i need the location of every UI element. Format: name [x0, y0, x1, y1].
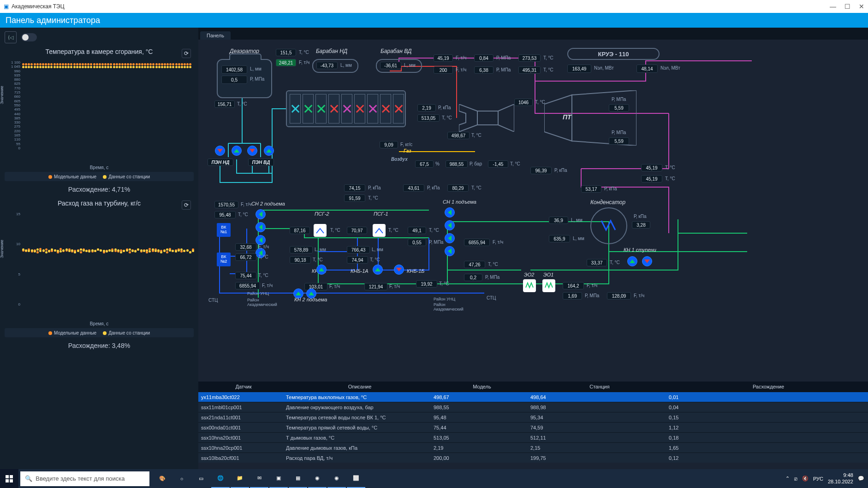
notifications-icon[interactable]: 💬 [858, 476, 864, 482]
chart2-ylabel: Значение [0, 240, 4, 258]
mail-icon[interactable]: ✉ [250, 469, 268, 488]
search-input[interactable]: 🔍 Введите здесь текст для поиска [20, 471, 149, 486]
table-row[interactable]: ssx21nda11ct001Температура сетевой воды … [198, 412, 868, 422]
tray-clock[interactable]: 9:4828.10.2022 [828, 472, 853, 484]
chart2-xaxis [22, 308, 192, 320]
chart1-yaxis: 1 1001 045990935880825770715660605550495… [5, 60, 20, 150]
tray-speaker-icon[interactable]: 🔇 [802, 476, 809, 482]
right-panel: Панель [198, 28, 868, 469]
chart2-xlabel: Время, с [5, 321, 194, 326]
chart1-plot [22, 60, 192, 150]
terminal-icon[interactable]: ▣ [269, 469, 288, 488]
start-button[interactable] [0, 469, 18, 488]
refresh-icon[interactable]: ⟳ [182, 49, 191, 58]
svg-marker-0 [459, 104, 477, 132]
pump-icon [215, 146, 225, 156]
chart-2: Расход газа на турбину, кг/с ⟳ Значение … [5, 200, 194, 352]
chart1-divergence: Расхождение: 4,71% [5, 186, 194, 193]
cortana-icon[interactable]: ○ [172, 469, 191, 488]
refresh-icon[interactable]: ⟳ [182, 200, 191, 210]
svg-rect-1 [477, 111, 498, 125]
condenser-shape [590, 207, 627, 244]
app-icon: ▣ [4, 3, 9, 10]
window-title: Академическая ТЭЦ [12, 3, 65, 10]
chart-1: Температура в камере сгорания, °C ⟳ Знач… [5, 48, 194, 196]
eo2-icon [523, 279, 536, 292]
pump-icon [264, 146, 274, 156]
current-app-icon[interactable]: ⬜ [347, 469, 365, 488]
tray-display-icon[interactable]: ⎚ [794, 476, 797, 482]
data-table: Датчик Описание Модель Станция Расхожден… [198, 382, 868, 469]
tray-lang[interactable]: РУС [813, 476, 823, 482]
table-row[interactable]: ssx00nda01ct001Температура прямой сетево… [198, 422, 868, 432]
gtu-shape [459, 104, 514, 132]
chart1-xlabel: Время, с [5, 165, 194, 170]
table-row[interactable]: ssx11mbl01cp001Давление окружающего возд… [198, 402, 868, 412]
nav-back-button[interactable]: ⟨◁ [5, 31, 17, 43]
table-header: Датчик Описание Модель Станция Расхожден… [198, 382, 868, 392]
maximize-button[interactable]: ☐ [844, 3, 850, 10]
krue-box: КРУЭ - 110 [567, 48, 660, 60]
legend-model: Модельные данные [54, 174, 96, 179]
left-panel: ⟨◁ Температура в камере сгорания, °C ⟳ З… [0, 28, 198, 469]
table-row[interactable]: ssx10lba20cf001Расход пара ВД, т/ч200,00… [198, 453, 868, 463]
close-button[interactable]: ✕ [859, 3, 864, 10]
tab-panel[interactable]: Панель [200, 31, 231, 40]
chart2-title: Расход газа на турбину, кг/с [58, 200, 141, 207]
svg-marker-2 [498, 104, 514, 132]
explorer-icon[interactable]: 📁 [231, 469, 249, 488]
chart1-ylabel: Значение [0, 86, 4, 104]
chart1-xaxis [22, 152, 192, 164]
legend-station: Данные со станции [108, 174, 150, 179]
mimic-diagram: Деаэратор 1402,58 L, мм 0,5 Р, МПа 151,5… [198, 40, 868, 382]
psg2-icon [314, 224, 327, 237]
table-row[interactable]: ssx10hna20ct001Т дымовых газов, °C513,05… [198, 432, 868, 442]
chart2-divergence: Расхождение: 3,48% [5, 342, 194, 349]
page-title: Панель администратора [6, 16, 100, 25]
minimize-button[interactable]: — [830, 3, 836, 10]
svg-rect-6 [10, 475, 13, 478]
svg-rect-7 [6, 479, 9, 482]
chart2-plot [22, 212, 192, 306]
vk1-block: ВК №1 [217, 223, 231, 237]
chart2-yaxis: 151050 [5, 212, 20, 306]
table-row[interactable]: yx11mba30ct022Температура выхлопных газо… [198, 392, 868, 402]
vk2-block: ВК №2 [217, 253, 231, 266]
svg-rect-5 [6, 475, 9, 478]
table-row[interactable]: ssx10hna20cp001Давление дымовых газов, к… [198, 442, 868, 453]
taskbar: 🔍 Введите здесь текст для поиска 🎨 ○ ▭ 🌐… [0, 469, 868, 488]
eo1-icon [542, 279, 555, 292]
chart1-title: Температура в камере сгорания, °C [46, 48, 153, 55]
edge-icon[interactable]: 🌐 [211, 469, 230, 488]
pump-icon [247, 146, 257, 156]
app-icon[interactable]: 🎨 [153, 469, 172, 488]
app-icon[interactable]: ◉ [327, 469, 346, 488]
app-icon[interactable]: ◉ [308, 469, 327, 488]
window-titlebar: ▣ Академическая ТЭЦ — ☐ ✕ [0, 0, 868, 13]
mode-toggle[interactable] [21, 33, 37, 41]
tray-chevron-icon[interactable]: ⌃ [785, 476, 790, 482]
psg1-icon [373, 224, 386, 237]
app-header: Панель администратора [0, 13, 868, 28]
pump-icon [232, 146, 242, 156]
task-view-icon[interactable]: ▭ [192, 469, 210, 488]
svg-rect-8 [10, 479, 13, 482]
app-icon[interactable]: ▦ [289, 469, 307, 488]
